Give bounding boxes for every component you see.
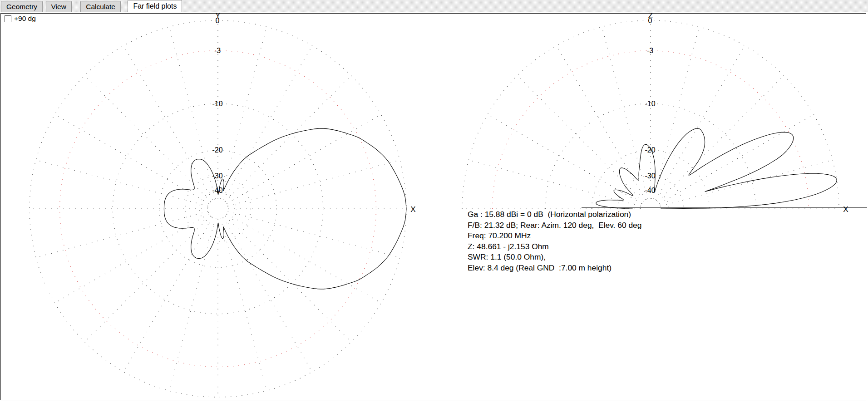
grid-spoke	[124, 46, 213, 200]
grid-spoke	[225, 76, 351, 202]
grid-spoke	[221, 27, 267, 199]
axis-top-label: Y	[215, 11, 220, 20]
grid-spoke	[124, 218, 213, 372]
stats-block: Ga : 15.88 dBi = 0 dB (Horizontal polari…	[468, 209, 641, 273]
grid-spoke	[169, 219, 216, 391]
stats-line-elevation: Elev: 8.4 deg (Real GND :7.00 m height)	[468, 263, 641, 274]
stats-line-impedance: Z: 48.661 - j2.153 Ohm	[468, 241, 641, 252]
elevation-pattern-curve	[596, 128, 837, 209]
grid-spoke	[602, 27, 648, 199]
stats-line-swr: SWR: 1.1 (50.0 Ohm),	[468, 252, 641, 263]
axis-top-label: Z	[648, 11, 653, 20]
grid-ring	[207, 198, 228, 219]
grid-spoke	[55, 214, 209, 303]
grid-ring	[113, 103, 323, 314]
grid-spoke	[221, 219, 267, 391]
azimuth-pattern-curve	[164, 128, 406, 289]
stats-line-gain: Ga : 15.88 dBi = 0 dB (Horizontal polari…	[468, 209, 641, 220]
plus90-checkbox-label: +90 dg	[14, 15, 36, 23]
mmana-window: Geometry View Calculate Far field plots …	[0, 0, 868, 403]
grid-spoke	[85, 216, 211, 342]
grid-spoke	[223, 46, 312, 200]
grid-spoke	[85, 76, 211, 202]
grid-spoke	[518, 76, 644, 202]
grid-spoke	[660, 115, 814, 204]
plus90-checkbox[interactable]	[5, 15, 11, 22]
elevation-polar-plot: 0-3-10-20-30-40ZX	[462, 11, 867, 214]
grid-spoke	[55, 115, 209, 204]
axis-right-label: X	[410, 205, 415, 214]
grid-ring	[30, 20, 406, 397]
grid-spoke	[656, 46, 745, 200]
stats-line-frequency: Freq: 70.200 MHz	[468, 231, 641, 241]
ring-label: -10	[212, 100, 222, 108]
ring-label: -3	[214, 47, 221, 54]
grid-spoke	[557, 46, 646, 200]
grid-ring-minus3	[493, 51, 809, 209]
grid-spoke	[228, 160, 400, 206]
axis-right-label: X	[843, 205, 848, 214]
ring-label: -3	[647, 47, 653, 54]
ring-label: -30	[645, 172, 655, 180]
azimuth-polar-plot: 0-3-10-20-30-40YX	[30, 11, 416, 398]
grid-spoke	[658, 76, 784, 202]
grid-spoke	[223, 218, 312, 372]
grid-spoke	[169, 27, 216, 199]
grid-spoke	[227, 214, 381, 303]
plus90-control: +90 dg	[5, 15, 36, 23]
stats-line-front-to-back: F/B: 21.32 dB; Rear: Azim. 120 deg, Elev…	[468, 220, 641, 231]
grid-spoke	[469, 160, 641, 206]
grid-spoke	[228, 211, 400, 258]
ring-label: -10	[645, 100, 655, 108]
ring-label: -20	[212, 146, 222, 154]
grid-spoke	[227, 115, 381, 204]
far-field-plots-canvas: 0-3-10-20-30-40YX0-3-10-20-30-40ZX	[0, 0, 868, 403]
ring-label: -40	[645, 187, 655, 194]
grid-spoke	[225, 216, 351, 342]
grid-spoke	[36, 160, 208, 206]
ring-label: -20	[645, 146, 655, 154]
